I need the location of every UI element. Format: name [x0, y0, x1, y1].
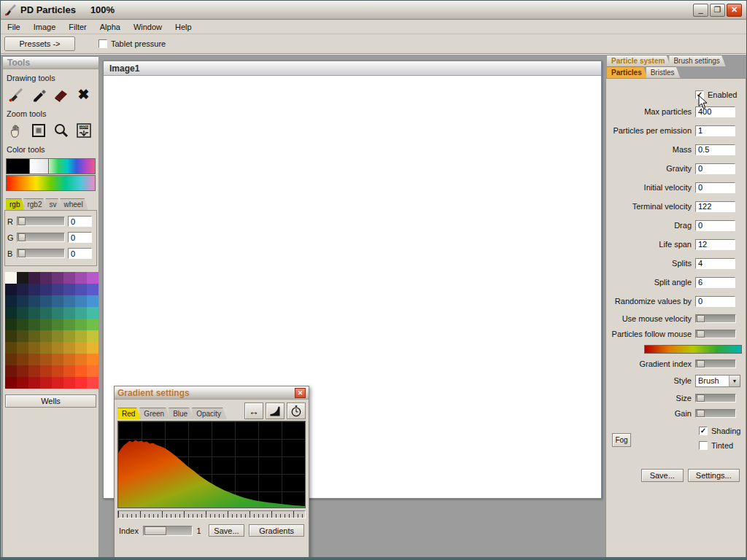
palette-swatch[interactable]: [5, 307, 17, 319]
menu-item-file[interactable]: File: [1, 20, 27, 34]
fog-button[interactable]: Fog: [612, 433, 631, 447]
menu-item-help[interactable]: Help: [169, 20, 198, 34]
palette-swatch[interactable]: [5, 365, 17, 377]
palette-swatch[interactable]: [17, 272, 28, 284]
index-slider[interactable]: [143, 526, 193, 536]
palette-swatch[interactable]: [52, 342, 63, 354]
color-tab-sv[interactable]: sv: [45, 198, 61, 210]
palette-swatch[interactable]: [63, 295, 75, 307]
menu-item-image[interactable]: Image: [27, 20, 63, 34]
palette-swatch[interactable]: [40, 377, 52, 389]
tab-bristles[interactable]: Bristles: [646, 66, 681, 78]
palette-swatch[interactable]: [40, 354, 52, 365]
palette-swatch[interactable]: [75, 284, 87, 295]
palette-swatch[interactable]: [75, 295, 87, 307]
field-input-particles-per-emission[interactable]: [695, 125, 735, 136]
rgb-slider-thumb[interactable]: [18, 249, 26, 257]
gradient-window-titlebar[interactable]: Gradient settings ✕: [115, 386, 309, 400]
palette-swatch[interactable]: [87, 354, 98, 365]
gradient-index-slider-thumb[interactable]: [697, 360, 705, 368]
gradient-tab-red[interactable]: Red: [117, 408, 141, 419]
field-input-gravity[interactable]: [695, 163, 735, 174]
palette-swatch[interactable]: [28, 295, 40, 307]
palette-swatch[interactable]: [40, 272, 52, 284]
menu-item-filter[interactable]: Filter: [62, 20, 93, 34]
palette-swatch[interactable]: [40, 365, 52, 377]
palette-swatch[interactable]: [28, 307, 40, 319]
palette-swatch[interactable]: [5, 354, 17, 365]
palette-swatch[interactable]: [28, 365, 40, 377]
rgb-value-input[interactable]: [68, 216, 92, 227]
menu-item-alpha[interactable]: Alpha: [93, 20, 127, 34]
palette-swatch[interactable]: [63, 342, 75, 354]
field-input-splits[interactable]: [695, 258, 735, 269]
palette-swatch[interactable]: [75, 354, 87, 365]
gradient-ruler[interactable]: [117, 510, 306, 518]
palette-swatch[interactable]: [40, 330, 52, 342]
palette-swatch[interactable]: [52, 319, 63, 330]
palette-swatch[interactable]: [17, 342, 28, 354]
palette-swatch[interactable]: [17, 354, 28, 365]
palette-swatch[interactable]: [52, 295, 63, 307]
palette-swatch[interactable]: [17, 365, 28, 377]
palette-swatch[interactable]: [40, 319, 52, 330]
gradient-index-slider[interactable]: [695, 359, 736, 368]
gradient-curve-graph[interactable]: [117, 421, 306, 508]
hue-strip-picker[interactable]: [6, 175, 96, 191]
eraser-tool-icon[interactable]: [51, 85, 71, 104]
gradient-save-button[interactable]: Save...: [209, 524, 245, 537]
field-input-mass[interactable]: [695, 144, 735, 155]
rgb-slider-track[interactable]: [17, 217, 65, 226]
palette-swatch[interactable]: [75, 307, 87, 319]
pan-hand-icon[interactable]: [6, 120, 26, 140]
particles-follow-mouse-slider[interactable]: [695, 330, 736, 338]
presets-button[interactable]: Pressets ->: [4, 36, 75, 51]
palette-swatch[interactable]: [52, 272, 63, 284]
gain-slider[interactable]: [695, 409, 736, 418]
palette-swatch[interactable]: [63, 354, 75, 365]
tablet-pressure-checkbox[interactable]: [98, 39, 107, 48]
field-input-split-angle[interactable]: [695, 277, 735, 288]
field-input-initial-velocity[interactable]: [695, 182, 735, 193]
delete-tool-icon[interactable]: ✖: [74, 85, 93, 104]
close-button[interactable]: ✕: [727, 4, 742, 17]
rgb-slider-thumb[interactable]: [18, 233, 26, 241]
slider-thumb[interactable]: [697, 330, 705, 338]
palette-swatch[interactable]: [17, 307, 28, 319]
palette-swatch[interactable]: [87, 284, 98, 295]
rgb-slider-track[interactable]: [17, 233, 65, 242]
color-tab-wheel[interactable]: wheel: [60, 198, 88, 210]
maximize-button[interactable]: ❐: [710, 4, 725, 17]
pen-tool-icon[interactable]: [28, 85, 48, 104]
palette-swatch[interactable]: [52, 354, 63, 365]
gradient-tab-green[interactable]: Green: [139, 408, 170, 419]
magnifier-icon[interactable]: [51, 120, 71, 140]
field-input-randomize-values-by[interactable]: [695, 296, 735, 307]
palette-swatch[interactable]: [40, 295, 52, 307]
palette-swatch[interactable]: [87, 319, 98, 330]
palette-swatch[interactable]: [5, 295, 17, 307]
palette-swatch[interactable]: [75, 377, 87, 389]
palette-swatch[interactable]: [52, 330, 63, 342]
palette-swatch[interactable]: [75, 342, 87, 354]
gradient-tab-opacity[interactable]: Opacity: [192, 408, 227, 419]
field-input-life-span[interactable]: [695, 239, 735, 250]
palette-swatch[interactable]: [63, 307, 75, 319]
palette-swatch[interactable]: [75, 272, 87, 284]
palette-swatch[interactable]: [63, 319, 75, 330]
palette-swatch[interactable]: [87, 342, 98, 354]
palette-swatch[interactable]: [5, 342, 17, 354]
rgb-value-input[interactable]: [68, 248, 92, 259]
color-tab-rgb[interactable]: rgb: [6, 198, 25, 210]
palette-swatch[interactable]: [63, 377, 75, 389]
color-tab-rgb2[interactable]: rgb2: [23, 198, 47, 210]
palette-swatch[interactable]: [5, 284, 17, 295]
palette-swatch[interactable]: [63, 284, 75, 295]
palette-swatch[interactable]: [75, 330, 87, 342]
primary-color-swatch[interactable]: [6, 158, 30, 174]
size-slider[interactable]: [695, 394, 736, 402]
palette-swatch[interactable]: [87, 272, 98, 284]
tinted-checkbox[interactable]: [699, 441, 708, 450]
palette-swatch[interactable]: [28, 377, 40, 389]
rgb-slider-track[interactable]: [17, 249, 65, 258]
